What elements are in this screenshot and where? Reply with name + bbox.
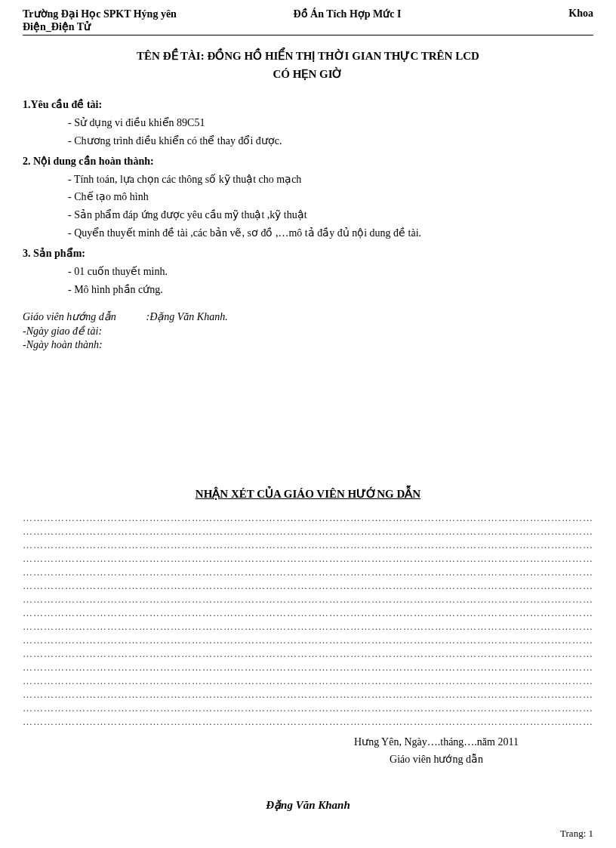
complete-date-line: -Ngày hoàn thành: bbox=[23, 339, 593, 351]
review-dotted-line: …………………………………………………………………………………………………………… bbox=[23, 634, 593, 648]
header-left-line2: Điện_Điện Tử bbox=[23, 20, 177, 33]
review-dotted-line: …………………………………………………………………………………………………………… bbox=[23, 661, 593, 675]
supervisor-label: Giáo viên hướng dẫn bbox=[23, 310, 143, 323]
review-dotted-line: …………………………………………………………………………………………………………… bbox=[23, 716, 593, 729]
header-center: Đồ Án Tích Hợp Mức I bbox=[177, 8, 518, 33]
page-header: Trường Đại Học SPKT Hýng yên Điện_Điện T… bbox=[23, 8, 593, 33]
list-item: - Chương trình điều khiển có thể thay đổ… bbox=[68, 132, 593, 150]
review-dotted-line: …………………………………………………………………………………………………………… bbox=[23, 512, 593, 526]
header-divider bbox=[23, 35, 593, 35]
review-dotted-line: …………………………………………………………………………………………………………… bbox=[23, 648, 593, 661]
supervisor-line: Giáo viên hướng dẫn :Đặng Văn Khanh. bbox=[23, 310, 593, 323]
review-dotted-line: …………………………………………………………………………………………………………… bbox=[23, 580, 593, 594]
review-dotted-line: …………………………………………………………………………………………………………… bbox=[23, 607, 593, 621]
review-dotted-line: …………………………………………………………………………………………………………… bbox=[23, 702, 593, 716]
review-dotted-line: …………………………………………………………………………………………………………… bbox=[23, 621, 593, 634]
footer-page-number: 1 bbox=[589, 828, 594, 839]
header-left-line1: Trường Đại Học SPKT Hýng yên bbox=[23, 8, 177, 20]
signature-role: Giáo viên hướng dẫn bbox=[279, 751, 593, 768]
assign-date-line: -Ngày giao đề tài: bbox=[23, 325, 593, 338]
list-item: - Mô hình phần cứng. bbox=[68, 281, 593, 299]
review-dotted-line: …………………………………………………………………………………………………………… bbox=[23, 553, 593, 566]
review-dotted-line: …………………………………………………………………………………………………………… bbox=[23, 526, 593, 539]
signature-name: Đặng Văn Khanh bbox=[23, 798, 593, 812]
review-dotted-line: …………………………………………………………………………………………………………… bbox=[23, 539, 593, 553]
title-line1: ĐỒNG HỒ HIỂN THỊ THỜI GIAN THỰC TRÊN LCD bbox=[207, 50, 479, 62]
review-dotted-line: …………………………………………………………………………………………………………… bbox=[23, 594, 593, 607]
title-prefix: TÊN ĐỀ TÀI: bbox=[137, 50, 205, 62]
list-item: - Sử dụng vi điều khiển 89C51 bbox=[68, 114, 593, 132]
page-footer: Trang: 1 bbox=[560, 828, 593, 840]
review-dotted-line: …………………………………………………………………………………………………………… bbox=[23, 675, 593, 689]
supervisor-value: :Đặng Văn Khanh. bbox=[146, 311, 228, 322]
footer-page-label: Trang: bbox=[560, 828, 586, 839]
signature-place-date: Hưng Yên, Ngày….tháng….năm 2011 bbox=[279, 734, 593, 751]
section-1-heading: 1.Yêu cầu đề tài: bbox=[23, 98, 593, 111]
list-item: - Sản phẩm đáp ứng được yêu cầu mỹ thuật… bbox=[68, 206, 593, 224]
review-heading: NHẬN XÉT CỦA GIÁO VIÊN HƯỚNG DẪN bbox=[23, 487, 593, 501]
header-right: Khoa bbox=[518, 8, 593, 33]
list-item: - 01 cuốn thuyết minh. bbox=[68, 263, 593, 281]
section-3-heading: 3. Sản phẩm: bbox=[23, 247, 593, 260]
review-dotted-line: …………………………………………………………………………………………………………… bbox=[23, 566, 593, 580]
review-lines-block: …………………………………………………………………………………………………………… bbox=[23, 512, 593, 729]
list-item: - Chế tạo mô hình bbox=[68, 188, 593, 206]
signature-block: Hưng Yên, Ngày….tháng….năm 2011 Giáo viê… bbox=[279, 734, 593, 768]
list-item: - Quyển thuyết minh đề tài ,các bản vẽ, … bbox=[68, 224, 593, 242]
title-line2: CÓ HẸN GIỜ bbox=[273, 68, 343, 80]
document-title: TÊN ĐỀ TÀI: ĐỒNG HỒ HIỂN THỊ THỜI GIAN T… bbox=[23, 47, 593, 83]
section-2-heading: 2. Nội dung cần hoàn thành: bbox=[23, 155, 593, 168]
list-item: - Tính toán, lựa chọn các thông số kỹ th… bbox=[68, 171, 593, 189]
review-dotted-line: …………………………………………………………………………………………………………… bbox=[23, 689, 593, 702]
